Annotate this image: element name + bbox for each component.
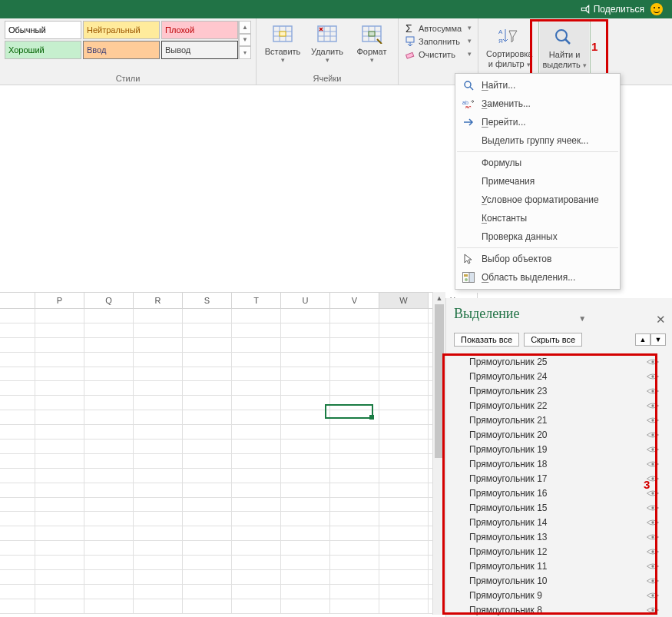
column-headers[interactable]: PQRSTUVWX [0, 292, 438, 309]
visibility-eye-icon[interactable] [646, 519, 660, 526]
style-good[interactable]: Хороший [5, 41, 81, 59]
menu-selection-pane[interactable]: Область выделения... [457, 268, 618, 287]
shape-list-item[interactable]: Прямоугольник 24 [454, 369, 666, 383]
visibility-eye-icon[interactable] [646, 548, 660, 556]
gallery-scroll-down[interactable]: ▼ [239, 34, 251, 47]
shape-list-item[interactable]: Прямоугольник 16 [454, 486, 666, 500]
scroll-up-button[interactable]: ▲ [433, 292, 445, 304]
shape-list-item[interactable]: Прямоугольник 23 [454, 383, 666, 398]
shape-list-item[interactable]: Прямоугольник 14 [454, 515, 666, 529]
grid-row[interactable] [0, 599, 438, 614]
shape-list[interactable]: Прямоугольник 25Прямоугольник 24Прямоуго… [454, 354, 666, 617]
shape-list-item[interactable]: Прямоугольник 22 [454, 398, 666, 413]
col-header-S[interactable]: S [183, 293, 232, 308]
visibility-eye-icon[interactable] [646, 504, 660, 512]
style-input[interactable]: Ввод [83, 41, 160, 59]
delete-cells-button[interactable]: Удалить ▾ [306, 21, 349, 64]
col-header-Q[interactable]: Q [84, 293, 134, 308]
menu-comments[interactable]: Примечания [457, 172, 618, 191]
grid-row[interactable] [0, 353, 438, 367]
shape-list-item[interactable]: Прямоугольник 10 [454, 573, 666, 588]
col-header-V[interactable]: V [330, 293, 379, 308]
grid-row[interactable] [0, 425, 438, 440]
vertical-scrollbar[interactable]: ▲ [432, 292, 445, 615]
shape-list-item[interactable]: Прямоугольник 9 [454, 588, 666, 602]
menu-goto-special[interactable]: Выделить группу ячеек... [457, 131, 618, 150]
shape-list-item[interactable]: Прямоугольник 13 [454, 529, 666, 544]
clear-button[interactable]: Очистить▾ [403, 48, 473, 61]
shape-list-item[interactable]: Прямоугольник 20 [454, 427, 666, 442]
grid-row[interactable] [0, 570, 438, 585]
menu-find[interactable]: Найти... [457, 76, 618, 95]
grid-row[interactable] [0, 526, 438, 541]
pane-close-button[interactable]: ✕ [656, 313, 666, 327]
autosum-button[interactable]: Σ Автосумма▾ [403, 22, 473, 35]
visibility-eye-icon[interactable] [646, 358, 660, 366]
style-output[interactable]: Вывод [161, 41, 238, 59]
grid-row[interactable] [0, 469, 438, 483]
insert-cells-button[interactable]: Вставить ▾ [261, 21, 304, 64]
shape-list-item[interactable]: Прямоугольник 8 [454, 602, 666, 617]
visibility-eye-icon[interactable] [646, 606, 660, 614]
gallery-scroll-up[interactable]: ▲ [239, 21, 251, 34]
style-neutral[interactable]: Нейтральный [83, 21, 160, 39]
grid-row[interactable] [0, 454, 438, 469]
gallery-more[interactable]: ▾ [239, 46, 251, 59]
grid-row[interactable] [0, 381, 438, 396]
pane-options-dropdown[interactable]: ▼ [578, 314, 586, 323]
col-header-U[interactable]: U [281, 293, 330, 308]
shape-list-item[interactable]: Прямоугольник 12 [454, 544, 666, 559]
col-header-W[interactable]: W [379, 293, 429, 308]
style-normal[interactable]: Обычный [5, 21, 81, 39]
shape-list-item[interactable]: Прямоугольник 17 [454, 471, 666, 486]
grid-row[interactable] [0, 309, 438, 323]
menu-constants[interactable]: Константы [457, 209, 618, 227]
grid-row[interactable] [0, 541, 438, 556]
style-bad[interactable]: Плохой [161, 21, 238, 39]
col-header-R[interactable]: R [134, 293, 183, 308]
hide-all-button[interactable]: Скрыть все [524, 333, 582, 347]
menu-select-objects[interactable]: Выбор объектов [457, 250, 618, 268]
shape-list-item[interactable]: Прямоугольник 19 [454, 442, 666, 456]
find-select-button[interactable]: Найти ивыделить ▾ [538, 21, 590, 75]
grid-row[interactable] [0, 556, 438, 570]
shape-list-item[interactable]: Прямоугольник 18 [454, 456, 666, 471]
shape-list-item[interactable]: Прямоугольник 21 [454, 413, 666, 427]
menu-condfmt[interactable]: Условное форматирование [457, 191, 618, 209]
col-header-P[interactable]: P [35, 293, 84, 308]
reorder-down-button[interactable]: ▼ [650, 333, 666, 346]
worksheet-grid[interactable]: PQRSTUVWX [0, 292, 438, 617]
visibility-eye-icon[interactable] [646, 460, 660, 468]
menu-replace[interactable]: abac Заменить... [457, 95, 618, 113]
visibility-eye-icon[interactable] [646, 592, 660, 599]
grid-row[interactable] [0, 338, 438, 353]
visibility-eye-icon[interactable] [646, 533, 660, 541]
show-all-button[interactable]: Показать все [454, 333, 519, 347]
visibility-eye-icon[interactable] [646, 416, 660, 424]
visibility-eye-icon[interactable] [646, 446, 660, 453]
menu-formulas[interactable]: Формулы [457, 154, 618, 172]
scroll-thumb[interactable] [435, 304, 444, 458]
cell-styles-gallery[interactable]: Обычный Нейтральный Плохой Хороший Ввод … [5, 21, 238, 59]
grid-row[interactable] [0, 585, 438, 599]
grid-row[interactable] [0, 483, 438, 498]
share-button[interactable]: Поделиться [580, 4, 644, 15]
grid-row[interactable] [0, 498, 438, 513]
visibility-eye-icon[interactable] [646, 387, 660, 395]
visibility-eye-icon[interactable] [646, 577, 660, 585]
visibility-eye-icon[interactable] [646, 402, 660, 410]
reorder-up-button[interactable]: ▲ [635, 333, 650, 346]
menu-validation[interactable]: Проверка данных [457, 227, 618, 246]
format-cells-button[interactable]: Формат ▾ [350, 21, 393, 64]
menu-goto[interactable]: Перейти... [457, 113, 618, 131]
feedback-smiley-icon[interactable] [650, 3, 663, 15]
fill-button[interactable]: Заполнить▾ [403, 35, 473, 48]
visibility-eye-icon[interactable] [646, 373, 660, 380]
col-header-T[interactable]: T [232, 293, 281, 308]
shape-list-item[interactable]: Прямоугольник 25 [454, 354, 666, 369]
grid-row[interactable] [0, 512, 438, 526]
grid-row[interactable] [0, 440, 438, 454]
visibility-eye-icon[interactable] [646, 431, 660, 439]
sort-filter-button[interactable]: AЯ Сортировкаи фильтр ▾ [483, 21, 535, 73]
grid-row[interactable] [0, 323, 438, 338]
